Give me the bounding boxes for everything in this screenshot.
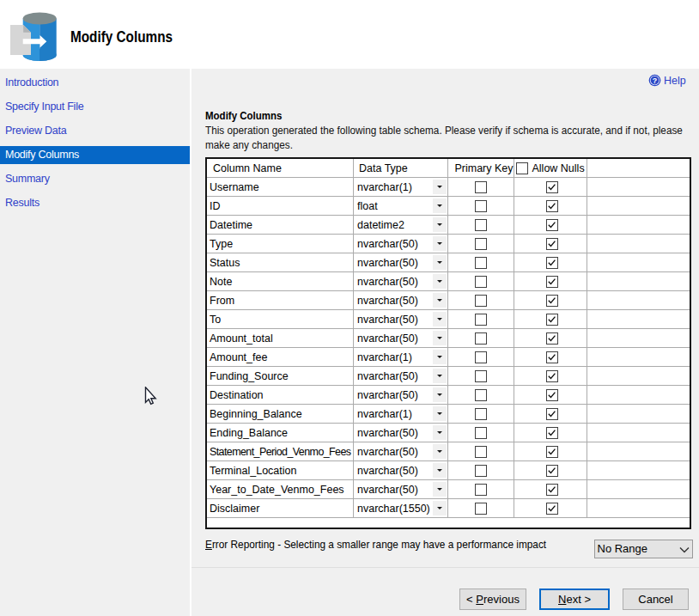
svg-text:?: ? xyxy=(653,76,657,85)
